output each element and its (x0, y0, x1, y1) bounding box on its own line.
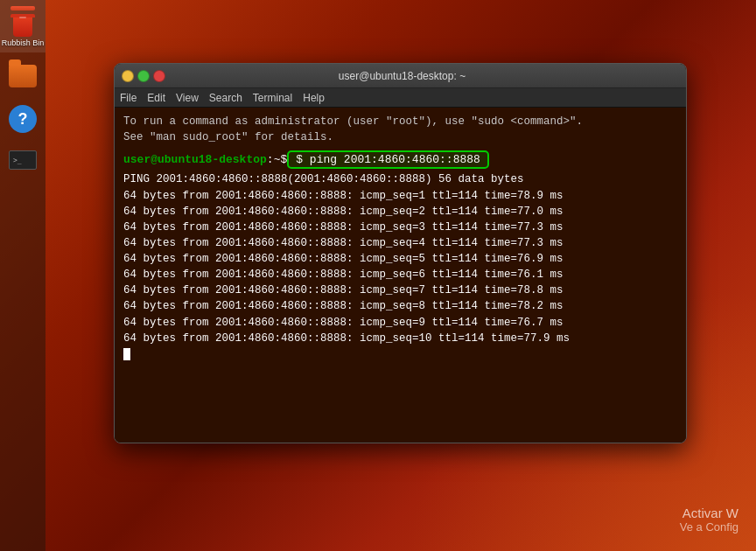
terminal-titlebar: user@ubuntu18-desktop: ~ (115, 64, 686, 88)
cursor-line (123, 348, 677, 361)
prompt-user: user@ubuntu18-desktop (123, 153, 267, 166)
menu-search[interactable]: Search (209, 92, 242, 104)
watermark-line2: Ve a Config (680, 520, 738, 534)
menu-view[interactable]: View (176, 92, 199, 104)
ping-line-6: 64 bytes from 2001:4860:4860::8888: icmp… (123, 267, 677, 282)
terminal-body[interactable]: To run a command as administrator (user … (115, 108, 686, 443)
watermark: Activar W Ve a Config (680, 506, 738, 534)
question-icon: ? (9, 105, 37, 133)
watermark-line1: Activar W (680, 506, 738, 520)
ping-output: 64 bytes from 2001:4860:4860::8888: icmp… (123, 188, 677, 346)
taskbar: Rubbish Bin ? >_ (0, 0, 46, 551)
taskbar-item-rubbish-bin[interactable]: Rubbish Bin (0, 0, 46, 52)
prompt-separator: :~$ (267, 153, 287, 166)
ping-line-7: 64 bytes from 2001:4860:4860::8888: icmp… (123, 282, 677, 298)
ping-line-10: 64 bytes from 2001:4860:4860::8888: icmp… (123, 331, 677, 346)
ping-line-8: 64 bytes from 2001:4860:4860::8888: icmp… (123, 298, 677, 314)
ping-header: PING 2001:4860:4860::8888(2001:4860:4860… (123, 172, 677, 188)
menu-terminal[interactable]: Terminal (253, 92, 292, 104)
info-line-2: See "man sudo_root" for details. (123, 130, 677, 146)
ping-line-3: 64 bytes from 2001:4860:4860::8888: icmp… (123, 220, 677, 235)
terminal-title: user@ubuntu18-desktop: ~ (165, 70, 639, 82)
window-buttons (122, 70, 165, 82)
terminal-window: user@ubuntu18-desktop: ~ File Edit View … (114, 63, 687, 443)
prompt-line: user@ubuntu18-desktop :~$ $ ping 2001:48… (123, 150, 677, 169)
cursor (123, 348, 130, 360)
close-button[interactable] (153, 70, 165, 82)
ping-line-4: 64 bytes from 2001:4860:4860::8888: icmp… (123, 235, 677, 251)
menu-help[interactable]: Help (303, 92, 325, 104)
taskbar-item-folder[interactable] (0, 59, 46, 93)
menu-edit[interactable]: Edit (147, 92, 165, 104)
ping-line-5: 64 bytes from 2001:4860:4860::8888: icmp… (123, 251, 677, 267)
minimize-button[interactable] (122, 70, 134, 82)
command-input: $ ping 2001:4860:4860::8888 (287, 150, 489, 169)
ping-line-2: 64 bytes from 2001:4860:4860::8888: icmp… (123, 204, 677, 220)
info-line-1: To run a command as administrator (user … (123, 115, 677, 130)
menu-file[interactable]: File (120, 92, 136, 104)
rubbish-bin-label: Rubbish Bin (2, 38, 45, 47)
folder-icon (9, 65, 37, 87)
taskbar-item-terminal[interactable]: >_ (0, 145, 46, 175)
rubbish-bin-icon (7, 5, 38, 37)
ping-line-9: 64 bytes from 2001:4860:4860::8888: icmp… (123, 315, 677, 331)
ping-line-1: 64 bytes from 2001:4860:4860::8888: icmp… (123, 188, 677, 204)
terminal-taskbar-icon: >_ (9, 150, 37, 170)
maximize-button[interactable] (137, 70, 150, 82)
terminal-menubar: File Edit View Search Terminal Help (115, 88, 686, 108)
taskbar-item-help[interactable]: ? (0, 100, 46, 138)
